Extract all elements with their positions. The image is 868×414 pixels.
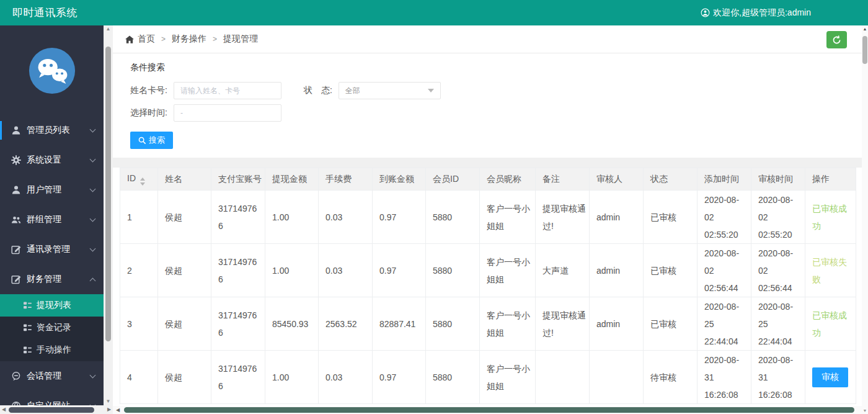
cell-added: 2020-08-02 02:55:20 <box>698 191 751 244</box>
time-range-input[interactable] <box>174 104 281 122</box>
sidebar-hscrollbar-thumb[interactable] <box>9 407 94 413</box>
cell-alipay: 317149766 <box>211 351 265 404</box>
sidebar-item-label: 财务管理 <box>27 274 91 285</box>
scroll-left-arrow-icon[interactable]: ◀ <box>114 406 122 414</box>
col-alipay: 支付宝账号 <box>211 168 265 191</box>
action-status-text: 已审核成功 <box>812 204 847 231</box>
sidebar-item-label: 管理员列表 <box>27 125 91 136</box>
col-reviewed: 审核时间 <box>751 168 805 191</box>
sort-icon[interactable] <box>140 178 145 186</box>
caret-down-icon <box>428 89 434 92</box>
status-select[interactable]: 全部 <box>339 82 441 99</box>
cell-added: 2020-08-31 16:26:08 <box>698 351 751 404</box>
cell-fee: 0.03 <box>319 191 373 244</box>
sidebar-scrollbar-thumb[interactable] <box>105 47 111 341</box>
main-scrollbar-thumb[interactable] <box>862 36 867 64</box>
table-row: 2侯超3171497661.000.030.975880客户一号小姐姐大声道ad… <box>120 244 856 297</box>
chevron-down-icon <box>90 372 96 378</box>
main-horizontal-scrollbar: ◀ <box>113 406 862 414</box>
list-icon <box>24 346 32 354</box>
breadcrumb-home[interactable]: 首页 <box>138 34 155 45</box>
sidebar-vertical-scrollbar: ▲ ▼ <box>104 25 113 405</box>
name-card-input[interactable] <box>174 82 281 99</box>
cell-fee: 2563.52 <box>319 297 373 351</box>
cell-action: 已审核成功 <box>805 297 856 351</box>
sidebar: 管理员列表系统设置用户管理群组管理通讯录管理财务管理提现列表资金记录手动操作会话… <box>0 25 104 414</box>
sidebar-item-system-settings[interactable]: 系统设置 <box>0 145 104 175</box>
cell-action: 审核 <box>805 351 856 404</box>
section-gap <box>113 158 862 168</box>
name-card-label: 姓名卡号: <box>130 85 167 96</box>
cell-received: 82887.41 <box>373 297 426 351</box>
sidebar-item-user-management[interactable]: 用户管理 <box>0 175 104 205</box>
breadcrumb-separator: > <box>213 35 217 43</box>
cell-id: 4 <box>120 351 158 404</box>
cell-received: 0.97 <box>373 351 426 404</box>
cell-id: 3 <box>120 297 158 351</box>
chevron-down-icon <box>90 156 96 162</box>
breadcrumb-current: 提现管理 <box>223 34 258 45</box>
col-reviewer: 审核人 <box>590 168 644 191</box>
col-amount: 提现金额 <box>265 168 319 191</box>
sidebar-item-admin-list[interactable]: 管理员列表 <box>0 115 104 145</box>
sidebar-item-group-management[interactable]: 群组管理 <box>0 205 104 235</box>
search-panel-title: 条件搜索 <box>130 62 851 73</box>
action-status-text: 已审核失败 <box>812 257 847 284</box>
col-status: 状态 <box>644 168 698 191</box>
time-label: 选择时间: <box>130 107 167 119</box>
chevron-down-icon <box>90 186 96 192</box>
scroll-down-arrow-icon[interactable]: ▼ <box>862 407 868 414</box>
main-vertical-scrollbar: ▲ ▼ <box>862 25 868 414</box>
cell-amount: 1.00 <box>265 191 319 244</box>
cell-member_id: 5880 <box>426 244 480 297</box>
edit-icon <box>11 274 21 284</box>
refresh-button[interactable] <box>826 31 847 48</box>
sidebar-item-session-management[interactable]: 会话管理 <box>0 361 104 391</box>
col-action: 操作 <box>805 168 856 191</box>
cell-fee: 0.03 <box>319 244 373 297</box>
cell-remark: 提现审核通过! <box>536 191 590 244</box>
scroll-up-arrow-icon[interactable]: ▲ <box>862 25 868 32</box>
col-id[interactable]: ID <box>120 168 158 191</box>
scroll-down-arrow-icon[interactable]: ▼ <box>104 398 113 405</box>
chevron-down-icon <box>90 126 96 132</box>
scroll-up-arrow-icon[interactable]: ▲ <box>104 25 113 33</box>
scroll-left-arrow-icon[interactable]: ◀ <box>0 405 7 414</box>
list-icon <box>24 324 32 331</box>
review-button[interactable]: 审核 <box>812 367 848 387</box>
sidebar-subitem-manual-operation[interactable]: 手动操作 <box>0 339 104 361</box>
search-button[interactable]: 搜索 <box>130 132 173 149</box>
cell-remark <box>536 351 590 404</box>
status-label: 状 态: <box>304 85 332 96</box>
cell-status: 待审核 <box>644 351 698 404</box>
chevron-down-icon <box>90 245 96 251</box>
cell-id: 2 <box>120 244 158 297</box>
sidebar-subitem-fund-records[interactable]: 资金记录 <box>0 317 104 339</box>
sidebar-item-finance-management[interactable]: 财务管理 <box>0 264 104 294</box>
cell-member_id: 5880 <box>426 297 480 351</box>
search-icon <box>138 137 146 144</box>
scroll-right-arrow-icon[interactable]: ▶ <box>105 405 113 414</box>
col-nickname: 会员昵称 <box>480 168 536 191</box>
cell-member_id: 5880 <box>426 351 480 404</box>
sidebar-subitem-label: 提现列表 <box>37 300 71 311</box>
user-menu[interactable]: 欢迎你,超级管理员:admin <box>701 0 811 25</box>
cell-reviewed: 2020-08-31 16:26:08 <box>751 351 805 404</box>
action-status-text: 已审核成功 <box>812 310 847 338</box>
sidebar-subitem-withdraw-list[interactable]: 提现列表 <box>0 294 104 317</box>
cell-status: 已审核 <box>644 191 698 244</box>
sidebar-item-label: 系统设置 <box>27 155 91 166</box>
cell-remark: 大声道 <box>536 244 590 297</box>
users-icon <box>11 215 21 225</box>
main-hscrollbar-thumb[interactable] <box>124 407 854 413</box>
user-icon <box>11 185 21 195</box>
cell-added: 2020-08-25 22:44:04 <box>698 297 751 351</box>
breadcrumb-bar: 首页 > 财务操作 > 提现管理 <box>113 25 862 53</box>
app-title: 即时通讯系统 <box>12 0 78 25</box>
cell-amount: 1.00 <box>265 244 319 297</box>
cell-nickname: 客户一号小姐姐 <box>480 191 536 244</box>
breadcrumb-finance[interactable]: 财务操作 <box>172 34 206 45</box>
sidebar-item-contacts-management[interactable]: 通讯录管理 <box>0 235 104 264</box>
withdraw-table-card: ID姓名支付宝账号提现金额手续费到账金额会员ID会员昵称备注审核人状态添加时间审… <box>113 168 862 414</box>
table-row: 1侯超3171497661.000.030.975880客户一号小姐姐提现审核通… <box>120 191 856 244</box>
